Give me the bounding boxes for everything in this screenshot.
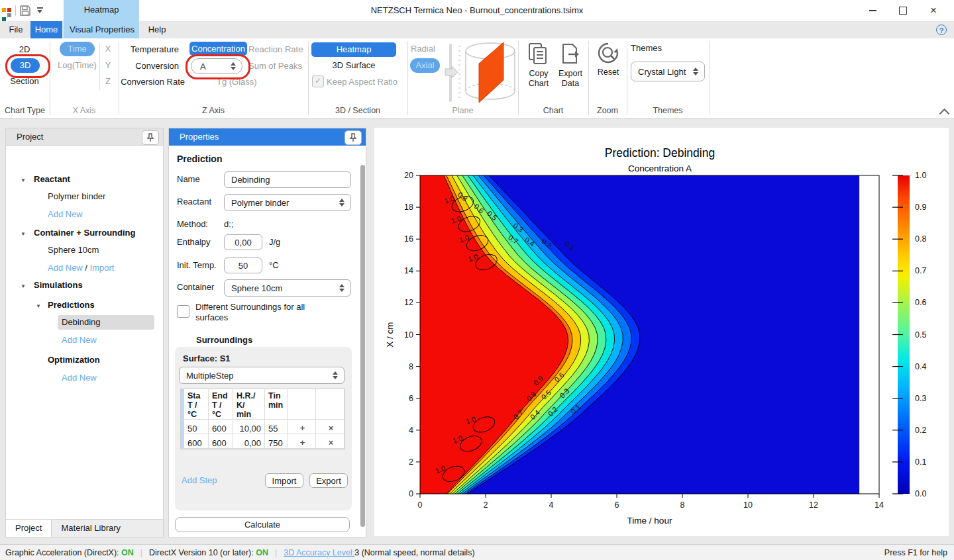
directx-version-status: DirectX Version 10 (or later): ON (149, 548, 268, 557)
z-axis-concentration-button[interactable]: Concentration (189, 42, 247, 56)
tree-reactant-item[interactable]: Polymer binder (48, 191, 105, 201)
table-cell[interactable]: 600 (209, 434, 233, 449)
svg-text:0.1: 0.1 (915, 457, 926, 467)
export-button[interactable]: Export (309, 473, 348, 488)
tree-container[interactable]: Container + Surrounding (34, 228, 135, 238)
pin-button[interactable] (142, 130, 159, 145)
table-cell[interactable]: 10,00 (233, 420, 265, 434)
expander-icon[interactable]: ▼ (36, 300, 41, 310)
link-separator: / (83, 263, 90, 273)
svg-text:0: 0 (409, 489, 413, 498)
minimize-button[interactable] (861, 3, 884, 19)
properties-scrollbar[interactable] (360, 165, 365, 527)
name-input[interactable]: Debinding (224, 171, 351, 188)
tab-visual-properties[interactable]: Visual Properties (65, 21, 139, 38)
import-button[interactable]: Import (265, 473, 303, 488)
tab-file[interactable]: File (4, 21, 28, 38)
tab-help[interactable]: Help (144, 21, 170, 38)
heatmap-button[interactable]: Heatmap (311, 42, 396, 57)
ribbon-collapse-button[interactable] (941, 108, 950, 116)
table-cell[interactable]: 50 (184, 420, 209, 434)
tree-optimization[interactable]: Optimization (48, 355, 100, 365)
table-cell[interactable]: 600 (209, 420, 233, 434)
tab-home[interactable]: Home (30, 21, 62, 38)
init-temp-input[interactable]: 50 (224, 257, 262, 273)
diff-surroundings-checkbox[interactable] (177, 305, 189, 318)
add-row-button[interactable]: + (288, 434, 316, 449)
container-select[interactable]: Sphere 10cm (224, 279, 351, 297)
table-cell[interactable]: 0,00 (233, 434, 265, 449)
help-icon[interactable]: ? (936, 24, 947, 35)
annotation-ring-species (186, 54, 250, 79)
tree-reactant[interactable]: Reactant (34, 174, 70, 184)
save-icon[interactable] (19, 5, 31, 19)
reactant-select[interactable]: Polymer binder (224, 194, 351, 211)
project-panel: Project ▼ Reactant Polymer binder Add Ne… (5, 128, 164, 537)
group-label-z-axis: Z Axis (119, 105, 308, 116)
table-cell[interactable]: 750 (265, 434, 288, 449)
project-tree: ▼ Reactant Polymer binder Add New ▼ Cont… (6, 146, 163, 519)
keep-aspect-label: Keep Aspect Ratio (327, 77, 403, 87)
logo-square-red (7, 8, 11, 12)
svg-text:Time / hour: Time / hour (627, 516, 672, 526)
copy-chart-button[interactable]: Copy Chart (525, 42, 552, 91)
expander-icon[interactable]: ▼ (21, 280, 26, 290)
tree-container-item[interactable]: Sphere 10cm (48, 245, 99, 255)
quick-access-dropdown-icon[interactable] (37, 7, 44, 15)
reset-zoom-button[interactable]: Reset (594, 42, 623, 83)
surface-3d-button[interactable]: 3D Surface (311, 60, 396, 70)
theme-select[interactable]: Crystal Light (631, 62, 705, 81)
tree-predictions[interactable]: Predictions (48, 300, 95, 310)
enthalpy-input[interactable]: 0,00 (224, 234, 262, 250)
svg-text:6: 6 (409, 394, 413, 403)
diff-surroundings-label: Different Surroundings for all surfaces (195, 302, 335, 323)
add-step-link[interactable]: Add Step (182, 475, 217, 485)
export-data-button[interactable]: Export Data (556, 42, 584, 91)
expander-icon[interactable]: ▼ (21, 174, 26, 184)
calculate-button[interactable]: Calculate (175, 517, 350, 532)
z-axis-conversion-button[interactable]: Conversion (123, 61, 179, 71)
x-axis-y-button[interactable]: Y (103, 60, 113, 70)
z-axis-temperature-button[interactable]: Temperature (123, 44, 179, 54)
column-header: H.R./ K/ min (233, 389, 265, 420)
table-cell[interactable]: 55 (265, 420, 288, 434)
delete-row-button[interactable]: × (316, 434, 344, 449)
tree-predictions-add-new[interactable]: Add New (62, 335, 97, 345)
pin-button[interactable] (344, 130, 362, 145)
tree-container-add-new[interactable]: Add New (48, 263, 83, 273)
tree-reactant-add-new[interactable]: Add New (48, 209, 83, 219)
close-button[interactable]: × (922, 3, 945, 19)
accuracy-level-link[interactable]: 3D Accuracy Level: (284, 548, 354, 557)
column-header (288, 389, 316, 420)
x-axis-z-button[interactable]: Z (103, 76, 113, 86)
maximize-button[interactable] (892, 3, 914, 19)
x-axis-x-button[interactable]: X (103, 44, 113, 54)
tab-project[interactable]: Project (6, 520, 52, 537)
z-axis-sum-of-peaks-button[interactable]: Sum of Peaks (248, 61, 304, 71)
chart-area[interactable]: 1.01.01.01.01.01.01.00.80.60.50.30.70.40… (374, 128, 949, 536)
tab-material-library[interactable]: Material Library (52, 520, 130, 537)
x-axis-time-button[interactable]: Time (60, 42, 95, 56)
plane-axial-button[interactable]: Axial (410, 58, 440, 73)
expander-icon[interactable]: ▼ (21, 228, 26, 238)
z-axis-conversion-rate-button[interactable]: Conversion Rate (119, 77, 185, 87)
add-row-button[interactable]: + (288, 420, 316, 434)
no-data-gap (859, 176, 878, 494)
keep-aspect-checkbox[interactable]: ✓ (312, 75, 324, 87)
contextual-tab-label[interactable]: Heatmap (64, 0, 139, 20)
tree-optimization-add-new[interactable]: Add New (62, 373, 97, 383)
tree-prediction-debinding[interactable]: Debinding (58, 315, 154, 330)
surroundings-title: Surroundings (196, 335, 252, 345)
z-axis-reaction-rate-button[interactable]: Reaction Rate (248, 44, 304, 54)
tree-container-import[interactable]: Import (90, 263, 115, 273)
x-axis-logtime-button[interactable]: Log(Time) (56, 60, 98, 71)
plane-slider[interactable] (444, 42, 464, 103)
properties-panel: Properties Prediction Name Debinding Rea… (168, 128, 366, 537)
table-cell[interactable]: 600 (184, 434, 209, 449)
method-value: d:; (224, 219, 233, 229)
profile-type-select[interactable]: MultipleStep (179, 367, 344, 384)
tree-simulations[interactable]: Simulations (34, 280, 83, 290)
column-header: Sta T / °C (184, 389, 209, 420)
delete-row-button[interactable]: × (316, 420, 344, 434)
plane-radial-button[interactable]: Radial (411, 44, 441, 54)
